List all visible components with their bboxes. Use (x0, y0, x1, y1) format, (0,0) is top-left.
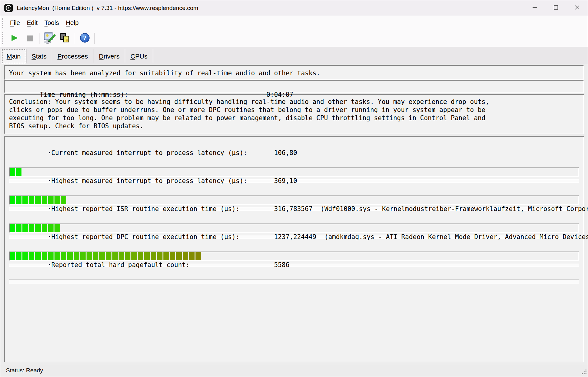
toolbar: ? (0, 30, 588, 47)
meter-segment (125, 252, 131, 260)
tab-cpus[interactable]: CPUs (125, 49, 153, 64)
metric-label: ·Highest reported ISR routine execution … (47, 205, 274, 213)
conclusion-line: executing for too long. One problem may … (9, 114, 579, 122)
titlebar: LatencyMon (Home Edition ) v 7.31 - http… (0, 0, 588, 16)
toolbar-separator (40, 33, 40, 44)
metric-value: 106,80 (274, 149, 297, 157)
menu-item-tools[interactable]: Tools (41, 18, 63, 28)
tabstrip: Main Stats Processes Drivers CPUs (0, 47, 588, 64)
time-running-value: 0:04:07 (266, 91, 293, 98)
menu-item-edit[interactable]: Edit (23, 18, 41, 28)
meter-segment (138, 252, 143, 260)
menubar-grip[interactable] (2, 18, 3, 28)
monitor-tool-icon (43, 32, 56, 45)
window-controls (524, 0, 588, 16)
meter-segment (99, 252, 105, 260)
metric-row-highest-latency: ·Highest measured interrupt to process l… (9, 169, 579, 197)
meter-segment (35, 252, 41, 260)
thin-progress-bar (9, 280, 579, 284)
metrics-panel: ·Current measured interrupt to process l… (4, 136, 584, 362)
meter-segment (29, 252, 35, 260)
meter-segment (157, 252, 163, 260)
help-icon: ? (80, 33, 90, 44)
tab-main[interactable]: Main (1, 49, 26, 64)
close-button[interactable] (567, 0, 588, 16)
metric-row-current-latency: ·Current measured interrupt to process l… (9, 141, 579, 169)
time-running-panel: Time running (h:mm:ss):0:04:07 (4, 80, 584, 93)
meter-segment (151, 252, 156, 260)
meter-segment (87, 252, 92, 260)
tab-separator (153, 49, 153, 63)
status-bar: Status: Ready (0, 364, 588, 377)
meter-segment (106, 252, 111, 260)
analysis-panel: Your system has been analyzed for suitab… (4, 65, 584, 80)
metric-extra: (amdkmdag.sys - ATI Radeon Kernel Mode D… (324, 233, 588, 241)
minimize-icon (533, 5, 537, 11)
meter-segment (61, 252, 67, 260)
meter-segment (48, 196, 54, 204)
main-page: Your system has been analyzed for suitab… (0, 64, 588, 364)
menu-item-help[interactable]: Help (62, 18, 82, 28)
toolbar-grip[interactable] (2, 32, 3, 44)
meter-segment (183, 252, 188, 260)
meter-segment (42, 224, 47, 232)
meter-segment (42, 252, 47, 260)
help-button[interactable]: ? (77, 31, 92, 45)
options-button[interactable] (42, 31, 57, 45)
metric-value: 1237,224449 (274, 233, 316, 241)
metric-extra: (Wdf01000.sys - Kernelmodustreiber-Frame… (321, 205, 588, 213)
close-icon (575, 5, 579, 11)
metric-label: ·Highest measured interrupt to process l… (47, 177, 274, 185)
meter-segment (163, 252, 169, 260)
meter-segment (54, 252, 60, 260)
meter-segment (48, 224, 54, 232)
meter-segment (61, 196, 67, 204)
meter-segment (29, 224, 35, 232)
metric-value: 316,783567 (274, 205, 312, 213)
menubar: File Edit Tools Help (0, 16, 588, 30)
meter-segment (10, 168, 15, 176)
meter-segment (16, 168, 22, 176)
meter-segment (189, 252, 195, 260)
toolbar-separator (75, 33, 75, 44)
meter-segment (119, 252, 124, 260)
meter-segment (48, 252, 54, 260)
window-title: LatencyMon (Home Edition ) v 7.31 - http… (17, 5, 198, 12)
metric-row-isr-time: ·Highest reported ISR routine execution … (9, 197, 579, 225)
start-monitor-button[interactable] (7, 31, 22, 45)
conclusion-line: clicks or pops due to buffer underruns. … (9, 106, 579, 114)
meter-segment (93, 252, 99, 260)
tab-processes[interactable]: Processes (52, 49, 93, 64)
meter-segment (112, 252, 118, 260)
latencymon-app-icon (4, 4, 13, 12)
meter-segment (131, 252, 137, 260)
minimize-button[interactable] (524, 0, 545, 16)
meter-segment (54, 196, 60, 204)
metric-label: ·Current measured interrupt to process l… (47, 149, 274, 157)
tab-drivers[interactable]: Drivers (93, 49, 125, 64)
meter-segment (16, 224, 22, 232)
maximize-button[interactable] (545, 0, 567, 16)
meter-segment (195, 252, 201, 260)
conclusion-panel: Conclusion: Your system seems to be havi… (4, 94, 584, 134)
metric-label: ·Reported total hard pagefault count: (47, 261, 274, 269)
meter-segment (67, 252, 73, 260)
meter-segment (42, 196, 47, 204)
meter-segment (16, 196, 22, 204)
metric-value: 369,10 (274, 177, 297, 185)
status-text: Status: Ready (6, 367, 43, 374)
tab-stats[interactable]: Stats (26, 49, 52, 64)
meter-segment (144, 252, 150, 260)
analysis-text: Your system has been analyzed for suitab… (9, 69, 579, 77)
meter-segment (176, 252, 182, 260)
meter-segment (22, 224, 28, 232)
copy-report-button[interactable] (57, 31, 73, 45)
play-icon (10, 34, 18, 43)
resize-grip[interactable] (581, 369, 587, 376)
stop-monitor-button[interactable] (22, 31, 38, 45)
meter-segment (80, 252, 86, 260)
stop-icon (27, 35, 33, 41)
svg-text:?: ? (83, 34, 87, 42)
menu-item-file[interactable]: File (7, 18, 23, 28)
meter-segment (16, 252, 22, 260)
